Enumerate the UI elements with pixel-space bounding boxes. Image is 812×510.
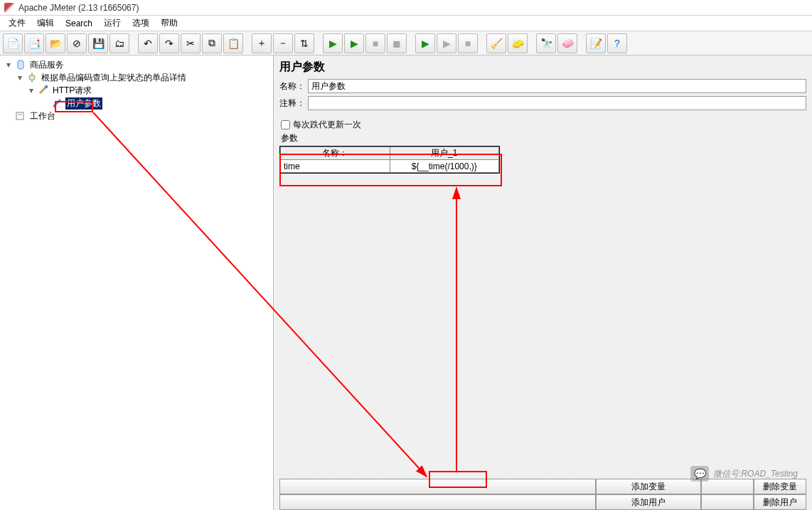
menu-options[interactable]: 选项 (127, 17, 155, 29)
shutdown-icon[interactable]: ◼ (387, 33, 407, 53)
save-icon[interactable]: 💾 (88, 33, 108, 53)
editor-panel: 用户参数 名称： 注释： 每次跌代更新一次 参数 名称： 用户_1 time $… (274, 55, 812, 510)
toolbar: 📄 📑 📂 ⊘ 💾 🗂 ↶ ↷ ✂ ⧉ 📋 ＋ － ⇅ ▶ ▶ ■ ◼ ▶ ▶ … (0, 31, 812, 55)
remote-start-icon[interactable]: ▶ (415, 33, 435, 53)
comment-label: 注释： (279, 97, 305, 110)
remote-stop-icon[interactable]: ■ (458, 33, 478, 53)
col-user-header: 用户_1 (390, 147, 499, 160)
svg-point-3 (53, 105, 56, 107)
tree-item-workbench[interactable]: · 工作台 (0, 110, 273, 122)
tree-label: 工作台 (28, 110, 57, 122)
preprocessor-icon (51, 97, 64, 109)
add-var-button[interactable]: 添加变量 (596, 479, 701, 494)
svg-rect-0 (18, 60, 23, 69)
svg-rect-5 (18, 114, 22, 115)
expand-icon[interactable]: ＋ (252, 33, 272, 53)
tree-panel: ▾ 商品服务 ▾ 根据单品编码查询上架状态的单品详情 ▾ HTTP请求 · 用户… (0, 55, 274, 510)
name-input[interactable] (308, 79, 806, 93)
tree-label: 用户参数 (65, 97, 102, 110)
copy-icon[interactable]: ⧉ (202, 33, 222, 53)
add-user-button[interactable]: 添加用户 (596, 494, 701, 510)
cell-name[interactable]: time (281, 160, 390, 173)
new-icon[interactable]: 📄 (3, 33, 23, 53)
menu-file[interactable]: 文件 (3, 17, 31, 29)
name-label: 名称： (279, 80, 305, 92)
del-user-button[interactable]: 删除用户 (754, 494, 806, 510)
table-row[interactable]: time ${__time(/1000,)} (281, 160, 499, 173)
redo-icon[interactable]: ↷ (159, 33, 179, 53)
wechat-icon: 💬 (690, 466, 709, 482)
menu-help[interactable]: 帮助 (155, 17, 183, 29)
clear-icon[interactable]: 🧹 (486, 33, 506, 53)
tree-item-userparams[interactable]: · 用户参数 (0, 97, 273, 110)
col-name-header: 名称： (281, 147, 390, 160)
cut-icon[interactable]: ✂ (181, 33, 201, 53)
stop-icon[interactable]: ■ (365, 33, 385, 53)
svg-rect-2 (45, 85, 48, 88)
search-tool-icon[interactable]: 🔭 (536, 33, 556, 53)
svg-rect-4 (16, 112, 23, 119)
app-logo-icon (4, 3, 14, 13)
collapse-toggle-icon[interactable]: ▾ (4, 60, 13, 70)
menu-run[interactable]: 运行 (98, 17, 127, 29)
window-title: Apache JMeter (2.13 r1665067) (18, 3, 139, 13)
cell-value[interactable]: ${__time(/1000,)} (390, 160, 499, 173)
collapse-toggle-icon[interactable]: ▾ (16, 73, 24, 83)
start-icon[interactable]: ▶ (323, 33, 343, 53)
sampler-icon (37, 85, 50, 96)
tree-label: 商品服务 (28, 59, 65, 71)
menu-edit[interactable]: 编辑 (31, 17, 60, 29)
watermark: 💬 微信号:ROAD_Testing (690, 466, 798, 482)
tree-label: HTTP请求 (51, 85, 93, 97)
reset-search-icon[interactable]: 🧼 (557, 33, 577, 53)
params-label: 参数 (281, 132, 806, 144)
tree-label: 根据单品编码查询上架状态的单品详情 (40, 72, 188, 84)
function-helper-icon[interactable]: 📝 (586, 33, 606, 53)
menu-search[interactable]: Search (60, 18, 98, 28)
remote-start-all-icon[interactable]: ▶ (437, 33, 456, 53)
collapse-icon[interactable]: － (273, 33, 293, 53)
testplan-icon (14, 59, 27, 70)
titlebar: Apache JMeter (2.13 r1665067) (0, 0, 812, 16)
tree-item-thread[interactable]: ▾ 根据单品编码查询上架状态的单品详情 (0, 71, 273, 84)
open-icon[interactable]: 📂 (46, 33, 65, 53)
undo-icon[interactable]: ↶ (138, 33, 158, 53)
tree-item-http[interactable]: ▾ HTTP请求 (0, 84, 273, 97)
clear-all-icon[interactable]: 🧽 (508, 33, 528, 53)
svg-point-1 (29, 75, 35, 80)
paste-icon[interactable]: 📋 (223, 33, 243, 53)
menubar: 文件 编辑 Search 运行 选项 帮助 (0, 16, 812, 31)
save-as-icon[interactable]: 🗂 (109, 33, 129, 53)
help-icon[interactable]: ? (607, 33, 627, 53)
close-icon[interactable]: ⊘ (67, 33, 87, 53)
collapse-toggle-icon[interactable]: ▾ (27, 85, 36, 95)
params-table[interactable]: 名称： 用户_1 time ${__time(/1000,)} (279, 146, 500, 174)
workbench-icon (14, 110, 27, 122)
comment-input[interactable] (308, 96, 806, 110)
templates-icon[interactable]: 📑 (24, 33, 44, 53)
threadgroup-icon (26, 72, 38, 83)
checkbox-label: 每次跌代更新一次 (293, 119, 361, 131)
tree-item-root[interactable]: ▾ 商品服务 (0, 58, 273, 71)
toggle-icon[interactable]: ⇅ (294, 33, 314, 53)
start-no-timers-icon[interactable]: ▶ (344, 33, 364, 53)
panel-heading: 用户参数 (279, 60, 806, 75)
watermark-text: 微信号:ROAD_Testing (713, 468, 798, 480)
update-once-checkbox[interactable] (281, 120, 290, 129)
